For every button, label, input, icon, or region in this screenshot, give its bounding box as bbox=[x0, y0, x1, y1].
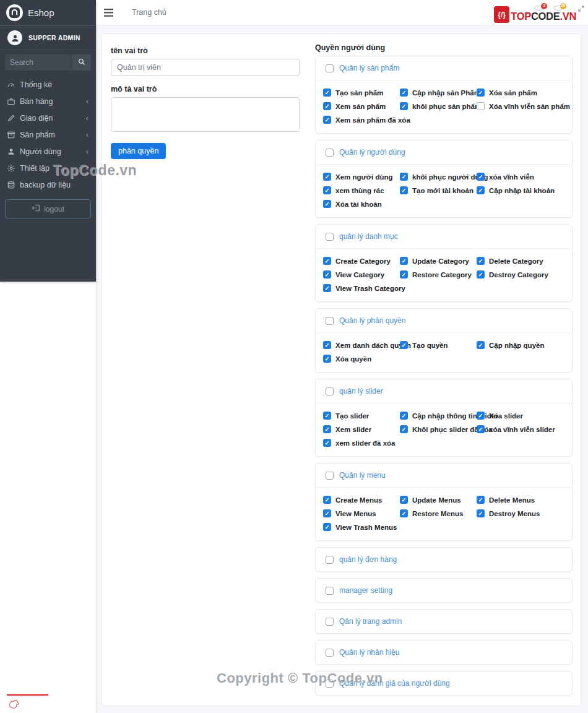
permission-checkbox[interactable]: ✓ bbox=[323, 284, 331, 292]
permission-checkbox[interactable]: ✓ bbox=[323, 173, 331, 181]
user-row[interactable]: SUPPER ADMIN bbox=[0, 26, 96, 50]
permission-checkbox[interactable]: ✓ bbox=[323, 496, 331, 504]
permission-item: ✓ Cập nhập quyền bbox=[477, 341, 562, 349]
role-desc-textarea[interactable] bbox=[111, 97, 300, 132]
permission-item: ✓ Update Category bbox=[400, 257, 477, 265]
role-form: tên vai trò mô tả vai trò phân quyền bbox=[111, 46, 300, 159]
sidebar-item-product[interactable]: Sản phẩm ‹ bbox=[0, 126, 96, 143]
permission-checkbox[interactable]: ✓ bbox=[477, 341, 485, 349]
permission-checkbox[interactable]: ✓ bbox=[323, 116, 331, 124]
group-checkbox[interactable]: ✓ bbox=[326, 680, 334, 688]
group-checkbox[interactable]: ✓ bbox=[326, 587, 334, 595]
permission-label: View Trash Menus bbox=[335, 524, 397, 531]
interface-icon bbox=[6, 113, 15, 123]
sidebar-item-interface[interactable]: Giao diện ‹ bbox=[0, 110, 96, 126]
permission-group-header: ✓ Quản lý đánh giá của người dùng bbox=[316, 672, 572, 695]
permission-label: Create Category bbox=[335, 257, 391, 265]
group-checkbox[interactable]: ✓ bbox=[326, 649, 334, 657]
permission-checkbox[interactable]: ✓ bbox=[323, 270, 331, 279]
logout-button[interactable]: logout bbox=[5, 199, 91, 218]
group-label[interactable]: manager setting bbox=[339, 586, 392, 595]
permission-checkbox[interactable]: ✓ bbox=[323, 412, 331, 420]
group-label[interactable]: Quản lý người dùng bbox=[339, 148, 405, 157]
brand[interactable]: Eshop bbox=[0, 0, 96, 26]
permission-item: ✓ Restore Menus bbox=[400, 509, 477, 517]
group-checkbox[interactable]: ✓ bbox=[326, 64, 334, 72]
group-label[interactable]: Quản lý nhản hiệu bbox=[339, 648, 399, 657]
permission-checkbox[interactable]: ✓ bbox=[400, 496, 408, 504]
permission-checkbox[interactable]: ✓ bbox=[323, 102, 331, 110]
permission-items: ✓ Create Menus ✓ Update Menus ✓ Delete M… bbox=[316, 488, 572, 540]
group-label[interactable]: quản lý đơn hàng bbox=[339, 555, 397, 564]
permission-item: ✓ Update Menus bbox=[400, 496, 477, 504]
permission-checkbox[interactable]: ✓ bbox=[323, 89, 331, 97]
group-checkbox[interactable]: ✓ bbox=[326, 149, 334, 157]
permission-checkbox[interactable]: ✓ bbox=[323, 257, 331, 265]
permission-group-header: ✓ Quản lý nhản hiệu bbox=[316, 641, 572, 664]
sidebar-item-dashboard[interactable]: Thống kê bbox=[0, 76, 96, 93]
permission-checkbox[interactable]: ✓ bbox=[323, 509, 331, 517]
permission-checkbox[interactable]: ✓ bbox=[477, 270, 485, 279]
permission-checkbox[interactable]: ✓ bbox=[323, 355, 331, 363]
permission-checkbox[interactable]: ✓ bbox=[400, 509, 408, 517]
permission-checkbox[interactable]: ✓ bbox=[323, 439, 331, 447]
permission-checkbox[interactable]: ✓ bbox=[477, 496, 485, 504]
permission-checkbox[interactable]: ✓ bbox=[477, 412, 485, 420]
permission-label: Cập nhập tài khoản bbox=[489, 187, 555, 194]
permission-label: khôi phục sản phẩm bbox=[412, 103, 481, 110]
sidebar-item-backup[interactable]: backup dữ liệu bbox=[0, 176, 96, 193]
permission-checkbox[interactable]: ✓ bbox=[400, 186, 408, 194]
permission-checkbox[interactable]: ✓ bbox=[477, 102, 485, 110]
permission-checkbox[interactable]: ✓ bbox=[323, 341, 331, 349]
assign-permission-button[interactable]: phân quyền bbox=[111, 143, 166, 159]
permission-checkbox[interactable]: ✓ bbox=[477, 425, 485, 433]
group-label[interactable]: Qản lý trang admin bbox=[339, 617, 402, 626]
search-button[interactable] bbox=[72, 54, 91, 71]
group-label[interactable]: quản lý slider bbox=[339, 387, 383, 395]
search-input[interactable] bbox=[5, 54, 72, 71]
group-checkbox[interactable]: ✓ bbox=[326, 387, 334, 395]
group-label[interactable]: Quản lý phân quyền bbox=[339, 316, 405, 325]
hamburger-menu-icon[interactable] bbox=[104, 9, 113, 17]
permission-item: ✓ Create Menus bbox=[323, 496, 400, 504]
permission-item: ✓ xóa vĩnh viễn bbox=[477, 173, 562, 181]
topcode-logo[interactable]: {/} 3 20 TOPCODE.VN bbox=[494, 3, 584, 23]
group-label[interactable]: Quản lý menu bbox=[339, 471, 386, 480]
sidebar-item-users[interactable]: Người dùng ‹ bbox=[0, 143, 96, 160]
permission-checkbox[interactable]: ✓ bbox=[323, 523, 331, 531]
permission-checkbox[interactable]: ✓ bbox=[400, 89, 408, 97]
permission-checkbox[interactable]: ✓ bbox=[477, 509, 485, 517]
permissions-panel: Quyền người dùng ✓ Quản lý sản phẩm ✓ Tạ… bbox=[315, 43, 573, 702]
role-name-input[interactable] bbox=[111, 59, 300, 76]
group-checkbox[interactable]: ✓ bbox=[326, 618, 334, 626]
permission-item: ✓ Khôi phục slider đã xóa bbox=[400, 425, 477, 433]
permission-checkbox[interactable]: ✓ bbox=[400, 102, 408, 110]
permission-checkbox[interactable]: ✓ bbox=[477, 186, 485, 194]
permission-checkbox[interactable]: ✓ bbox=[400, 173, 408, 181]
settings-icon bbox=[6, 163, 15, 173]
permission-checkbox[interactable]: ✓ bbox=[400, 425, 408, 433]
permission-checkbox[interactable]: ✓ bbox=[323, 186, 331, 194]
group-label[interactable]: Quản lý đánh giá của người dùng bbox=[339, 679, 450, 688]
permission-item: ✓ Destroy Category bbox=[477, 270, 562, 279]
permission-checkbox[interactable]: ✓ bbox=[400, 412, 408, 420]
breadcrumb[interactable]: Trang chủ bbox=[132, 8, 166, 17]
permission-item: ✓ View Trash Menus bbox=[323, 523, 400, 531]
permission-checkbox[interactable]: ✓ bbox=[323, 425, 331, 433]
group-checkbox[interactable]: ✓ bbox=[326, 472, 334, 480]
group-checkbox[interactable]: ✓ bbox=[326, 233, 334, 241]
sidebar-item-sales[interactable]: Bán hàng ‹ bbox=[0, 93, 96, 110]
permission-checkbox[interactable]: ✓ bbox=[477, 257, 485, 265]
permission-checkbox[interactable]: ✓ bbox=[400, 270, 408, 279]
sidebar-item-settings[interactable]: Thiết lập ‹ bbox=[0, 160, 96, 176]
permission-checkbox[interactable]: ✓ bbox=[400, 257, 408, 265]
permission-checkbox[interactable]: ✓ bbox=[323, 200, 331, 208]
group-checkbox[interactable]: ✓ bbox=[326, 317, 334, 325]
group-checkbox[interactable]: ✓ bbox=[326, 556, 334, 564]
permission-checkbox[interactable]: ✓ bbox=[477, 89, 485, 97]
group-label[interactable]: Quản lý sản phẩm bbox=[339, 64, 399, 72]
permission-checkbox[interactable]: ✓ bbox=[477, 173, 485, 181]
permission-checkbox[interactable]: ✓ bbox=[400, 341, 408, 349]
permission-label: Delete Menus bbox=[489, 496, 535, 504]
group-label[interactable]: quản lý danh mục bbox=[339, 232, 398, 241]
